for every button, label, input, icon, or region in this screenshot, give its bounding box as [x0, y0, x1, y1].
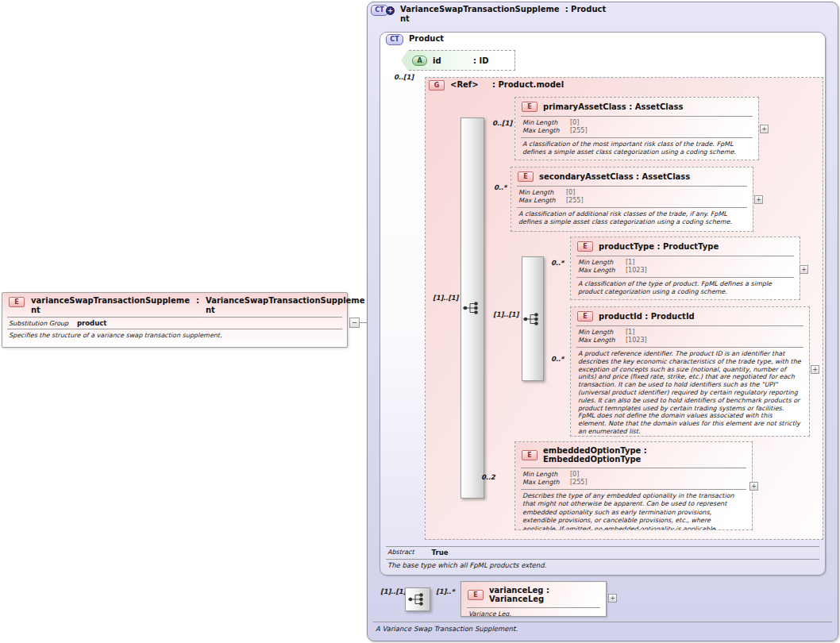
facet-value: [1023] — [626, 267, 647, 275]
element-icon: E — [522, 102, 538, 112]
cardinality-inner-sequence: [1]..[1] — [493, 310, 518, 318]
attribute-id-box[interactable]: A id : ID — [401, 50, 515, 71]
facet-value: [1] — [626, 329, 634, 337]
element-facets: Min Length[1] Max Length[1023] — [576, 325, 803, 348]
sequence-icon — [522, 312, 543, 326]
element-productid-box[interactable]: E productId : ProductId Min Length[1] Ma… — [570, 306, 810, 437]
collapse-button-left-element[interactable]: − — [349, 318, 360, 328]
element-header: E productType : ProductType — [571, 237, 800, 255]
element-icon: E — [522, 450, 538, 460]
element-description: A classification of the most important r… — [521, 138, 753, 160]
element-icon: E — [577, 311, 593, 322]
expand-button-primaryassetclass[interactable]: + — [760, 125, 769, 133]
attribute-type: : ID — [473, 56, 489, 65]
facet-label: Max Length — [522, 479, 570, 487]
element-icon: E — [577, 241, 593, 252]
facet-value: [255] — [570, 479, 588, 487]
group-name: <Ref> — [450, 80, 487, 90]
element-header: E secondaryAssetClass : AssetClass — [511, 167, 753, 185]
element-primaryassetclass-box[interactable]: E primaryAssetClass : AssetClass Min Len… — [514, 97, 759, 160]
element-title: embeddedOptionType : EmbeddedOptionType — [543, 446, 746, 464]
group-icon: G — [429, 80, 445, 90]
expand-button-secondaryassetclass[interactable]: + — [754, 195, 763, 204]
element-description: Specifies the structure of a variance sw… — [2, 329, 347, 339]
element-title: productId : ProductId — [599, 312, 695, 321]
expand-button-varianceleg[interactable]: + — [608, 594, 617, 603]
product-title: Product — [409, 34, 444, 44]
element-title: primaryAssetClass : AssetClass — [543, 102, 683, 111]
outer-header: CT + VarianceSwapTransactionSuppleme nt … — [371, 5, 815, 24]
complextype-extension-icon: CT + — [371, 5, 395, 16]
element-description: A classification of additional risk clas… — [517, 208, 747, 229]
sequence-icon — [462, 301, 483, 315]
cardinality-embeddedoptiontype: 0..2 — [481, 473, 495, 481]
element-icon: E — [468, 590, 484, 600]
facet-label: Min Length — [578, 259, 626, 267]
element-description: A classification of the type of product.… — [576, 278, 794, 299]
facet-label: Max Length — [578, 267, 626, 275]
facet-value: [1] — [626, 259, 634, 267]
facet-label: Max Length — [578, 337, 626, 345]
facet-value: [255] — [566, 197, 584, 205]
facet-value: [1023] — [626, 337, 647, 345]
element-header: E primaryAssetClass : AssetClass — [515, 98, 758, 115]
element-title: productType : ProductType — [599, 242, 719, 251]
schema-diagram: CT + VarianceSwapTransactionSuppleme nt … — [0, 0, 840, 643]
cardinality-id: 0..[1] — [394, 73, 414, 81]
element-title: secondaryAssetClass : AssetClass — [539, 172, 690, 181]
facet-value: [0] — [566, 189, 575, 197]
element-facets: Min Length[0] Max Length[255] — [521, 116, 753, 138]
product-header: CT Product — [386, 34, 444, 45]
element-description: Describes the type of any embedded optio… — [521, 490, 746, 530]
element-secondaryassetclass-box[interactable]: E secondaryAssetClass : AssetClass Min L… — [511, 167, 753, 232]
element-description: Variance Leg. — [467, 608, 600, 617]
plus-circle-icon: + — [386, 6, 395, 15]
sequence-box-varianceleg — [405, 587, 430, 611]
cardinality-bottom-sequence: [1]..[1] — [380, 587, 406, 595]
element-type: VarianceSwapTransactionSuppleme nt — [206, 296, 365, 315]
cardinality-producttype: 0..* — [551, 259, 564, 267]
element-variance-swap-transaction-supplement-box[interactable]: E varianceSwapTransactionSuppleme nt : V… — [2, 292, 348, 348]
outer-description: A Variance Swap Transaction Supplement. — [376, 625, 518, 633]
element-facets: Min Length[0] Max Length[255] — [521, 468, 746, 490]
attribute-name: id — [433, 56, 468, 65]
element-icon: E — [9, 297, 25, 307]
colon: : — [196, 296, 199, 306]
sequence-icon — [407, 592, 428, 606]
cardinality-varianceleg: [1]..* — [436, 587, 454, 595]
outer-type-name: VarianceSwapTransactionSuppleme nt — [400, 5, 560, 24]
expand-button-producttype[interactable]: + — [800, 265, 808, 274]
divider — [373, 622, 832, 622]
facet-label: Max Length — [518, 197, 566, 205]
facet-label: Min Length — [578, 329, 626, 337]
element-name: varianceSwapTransactionSuppleme nt — [31, 296, 190, 315]
element-producttype-box[interactable]: E productType : ProductType Min Length[1… — [570, 237, 800, 300]
divider — [386, 559, 819, 560]
element-title: varianceLeg : VarianceLeg — [489, 586, 599, 603]
element-embeddedoptiontype-box[interactable]: E embeddedOptionType : EmbeddedOptionTyp… — [514, 441, 753, 530]
element-description: A product reference identifier. The prod… — [576, 348, 803, 437]
cardinality-group: [1]..[1] — [433, 294, 458, 302]
group-type: : Product.model — [492, 80, 564, 90]
sequence-bar-outer — [460, 117, 484, 499]
element-varianceleg-box[interactable]: E varianceLeg : VarianceLeg Variance Leg… — [460, 581, 607, 617]
expand-button-embeddedoptiontype[interactable]: + — [749, 482, 758, 491]
expand-button-productid[interactable]: + — [811, 365, 819, 374]
cardinality-productid: 0..* — [551, 355, 564, 363]
abstract-value: True — [432, 549, 449, 556]
facet-value: [0] — [570, 119, 579, 127]
sequence-bar-inner — [522, 256, 544, 381]
facet-label: Min Length — [518, 189, 566, 197]
attribute-icon: A — [412, 56, 427, 66]
facet-label: Min Length — [522, 119, 570, 127]
facet-value: [255] — [570, 127, 588, 135]
element-header: E productId : ProductId — [571, 307, 809, 325]
element-header: E varianceSwapTransactionSuppleme nt : V… — [2, 293, 347, 317]
outer-base-type: : Product — [565, 5, 607, 14]
ct-icon: CT — [386, 34, 403, 45]
element-facets: Min Length[1] Max Length[1023] — [576, 256, 794, 278]
group-header: G <Ref> : Product.model — [429, 80, 564, 90]
cardinality-primaryassetclass: 0..[1] — [492, 119, 512, 127]
cardinality-secondaryassetclass: 0..* — [494, 183, 507, 191]
element-header: E embeddedOptionType : EmbeddedOptionTyp… — [515, 442, 752, 467]
